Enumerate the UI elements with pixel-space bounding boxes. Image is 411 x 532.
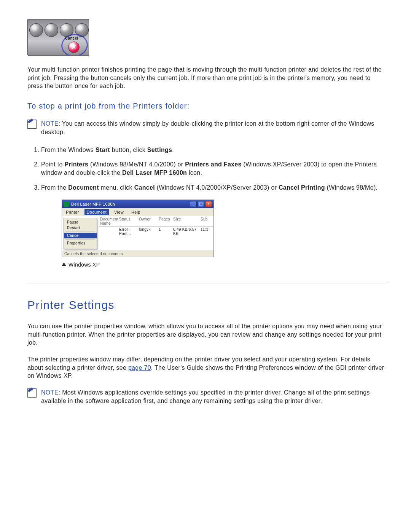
stop-print-subheading: To stop a print job from the Printers fo…: [27, 102, 387, 110]
menu-pause: Pause: [64, 219, 97, 225]
cancel-button-figure: Cancel ✕: [27, 19, 89, 56]
section-divider: [27, 283, 387, 283]
maximize-icon: ▢: [198, 201, 204, 207]
list-header: Document Name Status Owner Pages Size Su…: [99, 216, 213, 227]
menu-restart: Restart: [64, 225, 97, 231]
printers-window-figure: Dell Laser MFP 1600n _ ▢ × Printer Docum…: [62, 200, 214, 268]
steps-list: From the Windows Start button, click Set…: [27, 146, 387, 192]
knob-icon: [45, 23, 58, 37]
menu-document: Document: [84, 209, 109, 215]
note-label: NOTE:: [41, 120, 60, 127]
note-label: NOTE:: [41, 389, 60, 396]
figure-caption: Windows XP: [62, 262, 214, 268]
cancel-label: Cancel: [65, 36, 78, 40]
step-3: From the Document menu, click Cancel (Wi…: [41, 184, 387, 192]
note-block: NOTE: You can access this window simply …: [27, 120, 387, 137]
window-title: Dell Laser MFP 1600n: [71, 202, 190, 206]
document-dropdown: Pause Restart Cancel Properties: [64, 218, 97, 249]
step-1: From the Windows Start button, click Set…: [41, 146, 387, 154]
step-2: Point to Printers (Windows 98/Me/NT 4.0/…: [41, 160, 387, 177]
menu-properties: Properties: [64, 240, 97, 246]
intro-paragraph: Your multi-function printer finishes pri…: [27, 66, 387, 90]
note-icon: [27, 120, 37, 137]
menu-help: Help: [129, 209, 143, 215]
note-text: NOTE: You can access this window simply …: [41, 120, 387, 137]
pencil-icon: [27, 120, 37, 129]
printer-settings-para-2: The printer properties window may differ…: [27, 355, 387, 380]
window-content: Pause Restart Cancel Properties Document…: [62, 216, 213, 251]
note-icon: [27, 388, 37, 406]
triangle-icon: [62, 262, 66, 266]
note-text: NOTE: Most Windows applications override…: [41, 388, 387, 406]
statusbar: Cancels the selected documents.: [62, 251, 213, 257]
menu-view: View: [112, 209, 126, 215]
menu-printer: Printer: [64, 209, 81, 215]
knob-icon: [29, 23, 43, 37]
caption-text: Windows XP: [68, 262, 100, 268]
pencil-icon: [27, 388, 37, 398]
titlebar: Dell Laser MFP 1600n _ ▢ ×: [62, 200, 213, 208]
window-buttons: _ ▢ ×: [190, 201, 212, 207]
page-70-link[interactable]: page 70: [128, 364, 151, 371]
cancel-x-icon: ✕: [68, 42, 80, 53]
printer-settings-para-1: You can use the printer properties windo…: [27, 322, 387, 347]
note-body: You can access this window simply by dou…: [41, 120, 374, 135]
close-icon: ×: [205, 201, 212, 207]
list-row: Error - Print... longyk 1 6.49 KB/6.57 K…: [99, 227, 213, 236]
note-body: Most Windows applications override setti…: [41, 389, 370, 404]
note-block: NOTE: Most Windows applications override…: [27, 388, 387, 406]
minimize-icon: _: [190, 201, 197, 207]
print-queue-list: Document Name Status Owner Pages Size Su…: [99, 216, 213, 251]
menu-cancel: Cancel: [64, 233, 97, 238]
printer-icon: [64, 201, 69, 207]
window: Dell Laser MFP 1600n _ ▢ × Printer Docum…: [62, 200, 214, 257]
menubar: Printer Document View Help: [62, 208, 213, 216]
printer-settings-heading: Printer Settings: [27, 299, 387, 312]
